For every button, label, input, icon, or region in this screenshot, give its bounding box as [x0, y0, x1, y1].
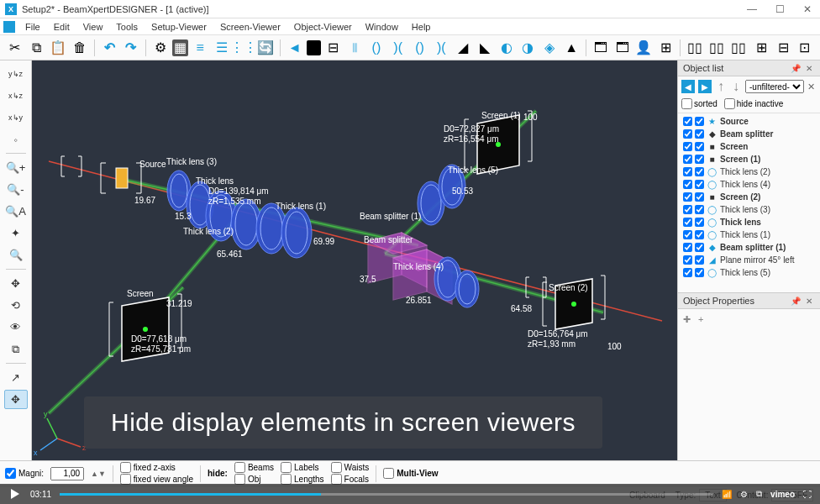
item-active-checkbox[interactable]: [683, 117, 692, 126]
axis-iso-icon[interactable]: ⬦: [4, 129, 28, 149]
grab-icon[interactable]: ✥: [4, 274, 28, 293]
eye-icon[interactable]: 👁: [4, 318, 28, 337]
item-active-checkbox[interactable]: [683, 243, 692, 252]
zoom-out-icon[interactable]: 🔍-: [4, 180, 28, 199]
list-item[interactable]: ◯Thick lens (4): [681, 178, 817, 191]
settings-icon[interactable]: ⚙: [740, 490, 748, 499]
move-up-icon[interactable]: ↑: [715, 81, 727, 92]
lines3-icon[interactable]: ⋮⋮: [234, 38, 254, 58]
item-visible-checkbox[interactable]: [695, 167, 704, 176]
menu-window[interactable]: Window: [359, 20, 405, 34]
item-active-checkbox[interactable]: [683, 255, 692, 265]
item-visible-checkbox[interactable]: [695, 205, 704, 214]
stack-icon[interactable]: ⧉: [4, 339, 28, 359]
filter-select[interactable]: -unfiltered-: [745, 80, 804, 93]
menu-help[interactable]: Help: [405, 20, 438, 34]
center-icon[interactable]: ✦: [4, 223, 28, 243]
prism1-icon[interactable]: ◢: [453, 38, 473, 58]
seq2-icon[interactable]: ▯▯: [707, 38, 727, 58]
block-icon[interactable]: [307, 40, 322, 55]
menu-setup-viewer[interactable]: Setup-Viewer: [145, 20, 213, 34]
list-item[interactable]: ◯Thick lens: [681, 216, 817, 228]
undo-icon[interactable]: ↶: [99, 38, 119, 58]
seq3-icon[interactable]: ▯▯: [728, 38, 749, 58]
item-visible-checkbox[interactable]: [695, 180, 704, 189]
list-item[interactable]: ◯Thick lens (5): [681, 266, 817, 279]
refresh-icon[interactable]: 🔄: [255, 38, 276, 58]
arrow-icon[interactable]: ↗: [4, 368, 28, 387]
volume-icon[interactable]: 📶: [722, 490, 732, 499]
item-visible-checkbox[interactable]: [695, 192, 704, 202]
item-active-checkbox[interactable]: [683, 192, 692, 202]
axis-yz-icon[interactable]: y↳z: [4, 64, 28, 83]
multiview-checkbox[interactable]: [383, 468, 394, 479]
move-icon[interactable]: ✥: [4, 390, 28, 409]
list-item[interactable]: ◆Beam splitter (1): [681, 241, 817, 254]
hide-inactive-checkbox[interactable]: [724, 98, 735, 109]
item-active-checkbox[interactable]: [683, 167, 692, 176]
window1-icon[interactable]: 🗔: [591, 38, 611, 58]
item-visible-checkbox[interactable]: [695, 155, 704, 164]
magni-input[interactable]: [50, 467, 84, 480]
filter-clear-button[interactable]: ✕: [807, 81, 815, 92]
list-item[interactable]: ◆Beam splitter: [681, 128, 817, 140]
hide-beams-checkbox[interactable]: [234, 462, 245, 473]
lines2-icon[interactable]: ☰: [212, 38, 232, 58]
grid-icon[interactable]: ⊞: [655, 38, 675, 58]
hide-labels-checkbox[interactable]: [281, 462, 292, 473]
paste-icon[interactable]: 📋: [49, 38, 69, 58]
item-active-checkbox[interactable]: [683, 155, 692, 164]
item-active-checkbox[interactable]: [683, 268, 692, 277]
menu-view[interactable]: View: [76, 20, 110, 34]
beam-icon[interactable]: ◄: [285, 38, 305, 58]
menu-screen-viewer[interactable]: Screen-Viewer: [213, 20, 287, 34]
item-visible-checkbox[interactable]: [695, 230, 704, 239]
item-visible-checkbox[interactable]: [695, 218, 704, 227]
item-active-checkbox[interactable]: [683, 180, 692, 189]
close-button[interactable]: ✕: [800, 3, 815, 15]
aperture-icon[interactable]: ⊟: [323, 38, 343, 58]
list-item[interactable]: ◢Plane mirror 45° left: [681, 254, 817, 266]
calc-icon[interactable]: ▦: [172, 39, 189, 56]
prism2-icon[interactable]: ◣: [475, 38, 495, 58]
list-item[interactable]: ◯Thick lens (3): [681, 203, 817, 216]
props-close-icon[interactable]: ✕: [803, 297, 815, 306]
axis-xz-icon[interactable]: x↳z: [4, 86, 28, 105]
menu-object-viewer[interactable]: Object-Viewer: [287, 20, 359, 34]
pip-icon[interactable]: ⧉: [756, 489, 762, 499]
item-visible-checkbox[interactable]: [695, 255, 704, 265]
fixed-z-checkbox[interactable]: [120, 462, 131, 473]
delete-icon[interactable]: 🗑: [70, 38, 90, 58]
redo-icon[interactable]: ↷: [121, 38, 141, 58]
video-progress[interactable]: [60, 493, 713, 496]
zoom-fit-icon[interactable]: 🔍A: [4, 202, 28, 221]
item-active-checkbox[interactable]: [683, 205, 692, 214]
menu-tools[interactable]: Tools: [109, 20, 145, 34]
lens2-icon[interactable]: )(: [388, 38, 408, 58]
item-visible-checkbox[interactable]: [695, 268, 704, 277]
nav-prev-icon[interactable]: ◀: [681, 80, 695, 93]
item-visible-checkbox[interactable]: [695, 117, 704, 126]
item-visible-checkbox[interactable]: [695, 129, 704, 139]
hide-waists-checkbox[interactable]: [331, 462, 342, 473]
split-icon[interactable]: ⦀: [344, 38, 365, 58]
props-pin-icon[interactable]: 📌: [788, 297, 803, 306]
comp2-icon[interactable]: ▲: [561, 38, 581, 58]
item-active-checkbox[interactable]: [683, 218, 692, 227]
user-icon[interactable]: 👤: [634, 38, 654, 58]
lens4-icon[interactable]: )(: [431, 38, 451, 58]
rotate-icon[interactable]: ⟲: [4, 296, 28, 315]
layout1-icon[interactable]: ⊞: [752, 38, 772, 58]
magni-checkbox[interactable]: [5, 468, 16, 479]
mirror2-icon[interactable]: ◑: [518, 38, 539, 58]
zoom-sel-icon[interactable]: 🔍: [4, 245, 28, 265]
mirror1-icon[interactable]: ◐: [497, 38, 517, 58]
fullscreen-icon[interactable]: ⛶: [803, 490, 812, 499]
list-item[interactable]: ■Screen (2): [681, 191, 817, 203]
seq1-icon[interactable]: ▯▯: [685, 38, 705, 58]
list-item[interactable]: ◯Thick lens (1): [681, 228, 817, 241]
list-item[interactable]: ■Screen (1): [681, 153, 817, 165]
cut-icon[interactable]: ✂: [5, 38, 25, 58]
nav-next-icon[interactable]: ▶: [698, 80, 712, 93]
list-item[interactable]: ◯Thick lens (2): [681, 165, 817, 178]
